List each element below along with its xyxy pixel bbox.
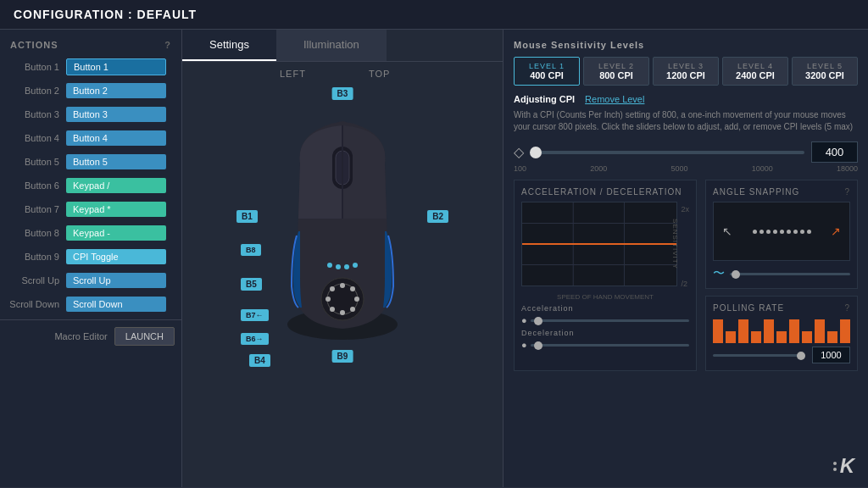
- brand-dot: [833, 468, 837, 471]
- sidebar-label-b7: Button 7: [7, 204, 59, 214]
- cpi-level-5[interactable]: LEVEL 5 3200 CPI: [792, 57, 858, 86]
- sidebar-label-b5: Button 5: [7, 157, 59, 167]
- accel-title: ACCELERATION / DECELERATION: [521, 187, 689, 197]
- cpi-slider-thumb[interactable]: [530, 147, 542, 158]
- angle-help-icon[interactable]: ?: [844, 187, 850, 197]
- cpi-level-3[interactable]: LEVEL 3 1200 CPI: [653, 57, 719, 86]
- mouse-btn-b9[interactable]: B9: [332, 350, 353, 363]
- button6-action[interactable]: Keypad /: [66, 178, 166, 193]
- button5-action[interactable]: Button 5: [66, 154, 166, 169]
- accel-slider-row: ●: [521, 315, 689, 325]
- cpi-value-box[interactable]: 400: [811, 141, 858, 163]
- polling-title: POLLING RATE ?: [713, 303, 850, 313]
- mouse-btn-b7[interactable]: B7←: [241, 309, 269, 321]
- right-panel: Mouse Sensitivity Levels LEVEL 1 400 CPI…: [504, 30, 868, 487]
- polling-bar: [827, 331, 837, 343]
- remove-level-link[interactable]: Remove Level: [585, 94, 644, 104]
- cpi-level-2[interactable]: LEVEL 2 800 CPI: [583, 57, 649, 86]
- mouse-view: LEFT TOP: [182, 62, 503, 487]
- button8-action[interactable]: Keypad -: [66, 225, 166, 241]
- adjusting-label: Adjusting CPI: [514, 94, 575, 104]
- angle-slider[interactable]: [730, 273, 850, 275]
- mouse-btn-b1[interactable]: B1: [236, 210, 258, 223]
- tabs: Settings Illumination: [182, 30, 503, 62]
- polling-bar: [764, 319, 774, 343]
- cpi-level-5-value: 3200 CPI: [798, 70, 852, 80]
- sidebar-label-b9: Button 9: [7, 252, 59, 262]
- button2-action[interactable]: Button 2: [66, 83, 166, 98]
- cpi-level-5-name: LEVEL 5: [798, 62, 852, 70]
- button3-action[interactable]: Button 3: [66, 107, 166, 122]
- sidebar-label-b6: Button 6: [7, 180, 59, 191]
- button9-action[interactable]: CPI Toggle: [66, 249, 166, 264]
- sidebar-row-button2: Button 2 Button 2: [0, 79, 181, 103]
- deceleration-label: Deceleration: [521, 329, 689, 337]
- polling-slider[interactable]: [713, 354, 805, 357]
- bottom-panels: ACCELERATION / DECELERATION: [514, 180, 858, 371]
- angle-panel: ANGLE SNAPPING ? ↖: [705, 180, 858, 289]
- sidebar-label-scrolldown: Scroll Down: [7, 299, 59, 309]
- polling-bar: [789, 319, 799, 343]
- polling-slider-thumb[interactable]: [797, 352, 805, 360]
- mouse-btn-b2[interactable]: B2: [427, 210, 448, 223]
- cpi-level-1[interactable]: LEVEL 1 400 CPI: [514, 57, 580, 86]
- sidebar-label-scrollup: Scroll Up: [7, 275, 59, 286]
- cpi-slider-area: ◇ 400 100 2000 5000 10000 18000: [514, 141, 858, 173]
- polling-panel: POLLING RATE ?: [705, 296, 858, 371]
- brand-dots: [833, 462, 837, 471]
- sidebar-row-scrolldown: Scroll Down Scroll Down: [0, 292, 181, 316]
- svg-point-9: [350, 307, 355, 312]
- tab-settings[interactable]: Settings: [182, 30, 276, 61]
- macro-row: Macro Editor LAUNCH: [0, 324, 181, 349]
- svg-point-16: [344, 264, 349, 269]
- cpi-levels: LEVEL 1 400 CPI LEVEL 2 800 CPI LEVEL 3 …: [514, 57, 858, 86]
- sidebar-row-button8: Button 8 Keypad -: [0, 221, 181, 245]
- angle-slider-thumb[interactable]: [732, 270, 740, 279]
- decel-slider-thumb[interactable]: [534, 341, 542, 350]
- accel-slider-thumb[interactable]: [534, 317, 542, 325]
- angle-slider-row: 〜: [713, 266, 850, 281]
- mouse-btn-b5[interactable]: B5: [241, 278, 262, 291]
- brand-area: K: [833, 454, 854, 478]
- sidebar-row-button3: Button 3 Button 3: [0, 103, 181, 126]
- button1-action[interactable]: Button 1: [66, 58, 166, 75]
- speed-label: SPEED OF HAND MOVEMENT: [521, 293, 689, 301]
- mouse-btn-b6[interactable]: B6→: [241, 333, 269, 345]
- mouse-btn-b4[interactable]: B4: [249, 354, 270, 367]
- cursor-right-icon: ↗: [831, 225, 841, 238]
- mouse-btn-b3[interactable]: B3: [332, 87, 353, 100]
- angle-dot: [800, 230, 804, 234]
- cpi-description: With a CPI (Counts Per Inch) setting of …: [514, 109, 858, 133]
- decel-slider[interactable]: [531, 344, 689, 347]
- scrollup-action[interactable]: Scroll Up: [66, 273, 166, 288]
- cpi-slider-labels: 100 2000 5000 10000 18000: [514, 164, 858, 173]
- cpi-slider-row: ◇ 400: [514, 141, 858, 163]
- svg-point-10: [340, 310, 345, 315]
- sensitivity-label: SENSITIVITY: [671, 219, 679, 269]
- cpi-level-2-value: 800 CPI: [589, 70, 643, 80]
- cpi-level-4[interactable]: LEVEL 4 2400 CPI: [722, 57, 788, 86]
- angle-dot: [807, 230, 811, 234]
- cpi-level-3-name: LEVEL 3: [659, 62, 713, 70]
- tab-illumination[interactable]: Illumination: [276, 30, 387, 61]
- accel-circle-icon: ●: [521, 315, 527, 325]
- button4-action[interactable]: Button 4: [66, 130, 166, 146]
- scrolldown-action[interactable]: Scroll Down: [66, 297, 166, 312]
- launch-button[interactable]: LAUNCH: [114, 327, 175, 346]
- svg-point-8: [354, 297, 359, 302]
- polling-bar: [713, 319, 723, 343]
- button7-action[interactable]: Keypad *: [66, 202, 166, 217]
- sidebar-row-button5: Button 5 Button 5: [0, 150, 181, 174]
- cpi-slider-track[interactable]: [531, 151, 804, 154]
- polling-bar: [815, 319, 825, 343]
- mouse-btn-b8[interactable]: B8: [241, 244, 261, 256]
- accel-slider[interactable]: [531, 319, 689, 322]
- mouse-svg: [232, 79, 453, 367]
- polling-help-icon[interactable]: ?: [844, 303, 850, 313]
- sidebar-label-b1: Button 1: [7, 62, 59, 72]
- polling-bar: [840, 319, 850, 343]
- help-icon[interactable]: ?: [164, 40, 171, 50]
- macro-label: Macro Editor: [54, 331, 107, 341]
- view-labels: LEFT TOP: [182, 62, 503, 79]
- decel-slider-row: ●: [521, 340, 689, 350]
